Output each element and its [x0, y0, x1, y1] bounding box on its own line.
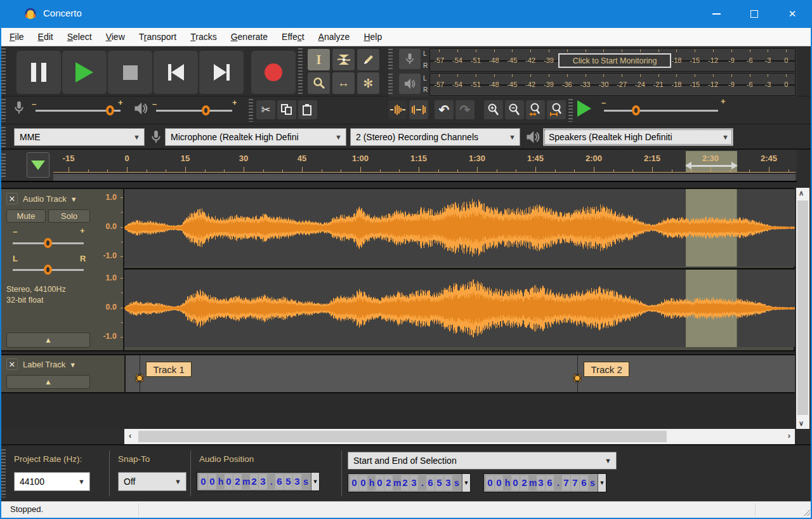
scroll-down-icon[interactable]: ∨ [799, 419, 804, 428]
time-digit[interactable]: 0 [359, 475, 367, 490]
play-at-speed-grip[interactable] [568, 99, 573, 122]
time-digit[interactable]: 0 [199, 474, 207, 489]
close-track-button[interactable]: ✕ [6, 193, 18, 204]
stop-button[interactable] [108, 51, 152, 94]
time-digit[interactable]: 7 [571, 475, 579, 490]
time-digit[interactable]: 2 [250, 474, 258, 489]
time-digit[interactable]: 3 [410, 475, 418, 490]
redo-button[interactable]: ↷ [455, 100, 475, 119]
monitoring-tooltip[interactable]: Click to Start Monitoring [558, 53, 671, 68]
skip-to-end-button[interactable] [199, 51, 244, 94]
playback-device-select[interactable]: Speakers (Realtek High Definiti▼ [543, 128, 733, 146]
selection-tool-button[interactable]: I [307, 48, 331, 71]
close-button[interactable]: ✕ [774, 0, 811, 28]
time-digit[interactable]: 3 [444, 475, 452, 490]
audio-host-select[interactable]: MME▼ [14, 128, 145, 146]
menu-tracks[interactable]: Tracks [183, 28, 224, 46]
paste-button[interactable] [298, 100, 317, 119]
playback-meter-bar[interactable]: -57-54-51-48-45-42-39-36-33-30-27-24-21-… [429, 73, 796, 96]
copy-button[interactable] [277, 100, 296, 119]
transport-toolbar-grip[interactable] [1, 48, 6, 94]
time-digit[interactable]: 0 [350, 475, 358, 490]
selection-toolbar-grip[interactable] [1, 449, 6, 497]
zoom-selection-button[interactable] [526, 100, 545, 119]
menu-help[interactable]: Help [357, 28, 389, 46]
timeline-options-button[interactable] [27, 152, 49, 178]
scroll-right-icon[interactable]: › [788, 431, 790, 440]
collapse-label-track-button[interactable]: ▲ [6, 375, 90, 389]
playback-meter-speaker-button[interactable] [399, 74, 421, 94]
ruler-grip[interactable] [1, 154, 6, 178]
selection-mode-select[interactable]: Start and End of Selection▼ [348, 452, 617, 470]
time-shift-tool-button[interactable]: ↔ [332, 72, 355, 95]
zoom-out-button[interactable] [505, 100, 524, 119]
time-digit[interactable]: 2 [233, 474, 242, 489]
zoom-fit-button[interactable] [547, 100, 566, 119]
envelope-tool-button[interactable] [332, 48, 355, 71]
silence-audio-button[interactable] [409, 100, 428, 119]
time-digit[interactable]: 3 [293, 474, 301, 489]
time-digit[interactable]: 6 [580, 475, 588, 490]
cut-button[interactable]: ✂ [256, 100, 275, 119]
track-label-chip[interactable]: Track 2 [584, 362, 629, 377]
vertical-scrollbar[interactable]: ∧ ∨ [796, 188, 809, 429]
pan-thumb[interactable] [44, 265, 52, 275]
amplitude-ruler[interactable]: 1.00.0-1.01.00.0-1.0 [94, 189, 124, 350]
menu-transport[interactable]: Transport [132, 28, 183, 46]
record-button[interactable] [251, 51, 296, 94]
label-track-name-menu[interactable]: Label Track▼ [23, 360, 76, 369]
time-digit[interactable]: 3 [259, 474, 267, 489]
time-digit[interactable]: 5 [284, 474, 292, 489]
maximize-button[interactable] [736, 0, 773, 28]
menu-analyze[interactable]: Analyze [311, 28, 357, 46]
time-digit[interactable]: . [554, 475, 562, 490]
output-volume-slider[interactable] [156, 110, 232, 112]
time-digit[interactable]: 2 [401, 475, 409, 490]
recording-meter-mic-button[interactable] [399, 49, 421, 69]
multi-tool-button[interactable]: ✻ [357, 72, 380, 95]
time-digit[interactable]: . [268, 474, 275, 489]
waveform-channel-right[interactable] [124, 270, 795, 347]
time-digit[interactable]: 0 [225, 474, 233, 489]
audio-position-field[interactable]: 00h02m23.653s▼ [197, 472, 320, 491]
close-label-track-button[interactable]: ✕ [6, 358, 18, 370]
trim-audio-button[interactable] [388, 100, 407, 119]
horizontal-scroll-thumb[interactable] [138, 431, 667, 442]
skip-to-start-button[interactable] [154, 51, 198, 94]
draw-tool-button[interactable] [357, 48, 380, 71]
zoom-tool-button[interactable] [307, 72, 331, 95]
selection-end-field[interactable]: 00h02m36.776s▼ [483, 473, 606, 492]
time-digit[interactable]: 5 [435, 475, 443, 490]
play-speed-slider[interactable] [604, 110, 718, 112]
device-toolbar-grip[interactable] [1, 127, 6, 147]
time-digit[interactable]: 0 [511, 475, 520, 490]
time-digit[interactable]: 6 [275, 474, 284, 489]
label-marker-icon[interactable] [134, 372, 145, 384]
collapse-track-button[interactable]: ▲ [6, 332, 90, 348]
project-rate-select[interactable]: 44100▼ [14, 472, 90, 491]
input-volume-thumb[interactable] [106, 105, 114, 115]
waveform-channel-left[interactable] [124, 189, 795, 266]
vertical-scroll-thumb[interactable] [797, 200, 808, 415]
time-digit[interactable]: 0 [208, 474, 216, 489]
horizontal-scrollbar[interactable]: ‹ › [124, 429, 795, 444]
time-digit[interactable]: 2 [384, 475, 393, 490]
time-digit[interactable]: 7 [562, 475, 570, 490]
audio-track-name-menu[interactable]: Audio Track▼ [23, 194, 77, 204]
tools-toolbar-grip[interactable] [298, 48, 303, 94]
edit-toolbar-grip[interactable] [249, 99, 253, 122]
selection-range-arrow[interactable] [691, 165, 731, 167]
time-digit[interactable]: 0 [495, 475, 503, 490]
recording-meter-grip[interactable] [388, 49, 393, 71]
resize-grip[interactable] [804, 509, 810, 516]
recording-device-select[interactable]: Microphone (Realtek High Defini▼ [165, 128, 346, 146]
play-speed-thumb[interactable] [632, 105, 640, 115]
time-field-spinner[interactable]: ▼ [311, 473, 319, 490]
time-digit[interactable]: 0 [486, 475, 494, 490]
menu-select[interactable]: Select [60, 28, 99, 46]
menu-view[interactable]: View [99, 28, 132, 46]
time-field-spinner[interactable]: ▼ [462, 474, 470, 492]
title-bar[interactable]: Concerto ✕ [0, 0, 812, 28]
scrub-ruler[interactable] [53, 173, 796, 181]
label-track-area[interactable]: Track 1Track 2 [124, 355, 795, 392]
